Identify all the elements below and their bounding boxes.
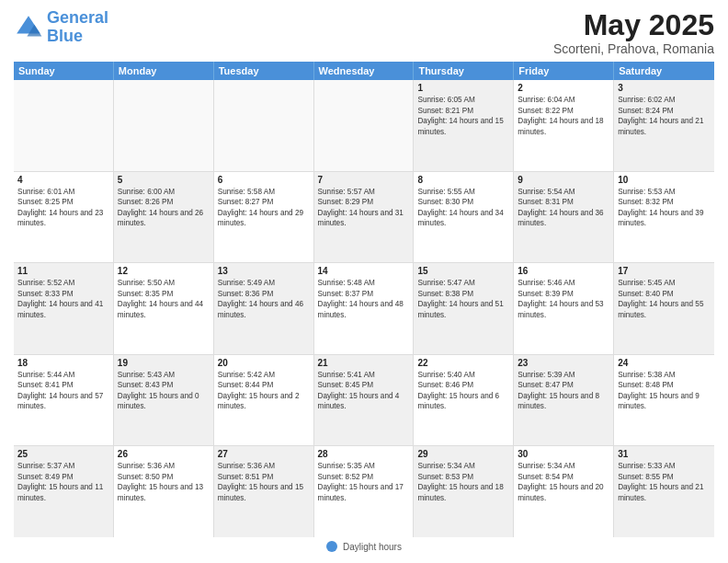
cal-cell: 27 Sunrise: 5:36 AM Sunset: 8:51 PM Dayl… (214, 446, 314, 537)
logo-text: General Blue (47, 9, 108, 46)
cell-info: Sunrise: 6:02 AM Sunset: 8:24 PM Dayligh… (618, 95, 711, 137)
cell-info: Sunrise: 5:55 AM Sunset: 8:30 PM Dayligh… (417, 187, 509, 229)
cell-info: Sunrise: 5:37 AM Sunset: 8:49 PM Dayligh… (17, 461, 109, 503)
day-number: 6 (218, 175, 310, 185)
header-thursday: Thursday (414, 62, 514, 80)
cell-info: Sunrise: 5:50 AM Sunset: 8:35 PM Dayligh… (118, 278, 210, 320)
day-number: 30 (518, 449, 609, 459)
day-number: 8 (417, 175, 509, 185)
day-number: 14 (318, 266, 410, 276)
cal-cell: 28 Sunrise: 5:35 AM Sunset: 8:52 PM Dayl… (314, 446, 415, 537)
cal-cell: 17 Sunrise: 5:45 AM Sunset: 8:40 PM Dayl… (614, 263, 714, 354)
cal-cell: 9 Sunrise: 5:54 AM Sunset: 8:31 PM Dayli… (514, 172, 614, 263)
daylight-label: Daylight hours (343, 542, 402, 552)
cal-row-5: 25 Sunrise: 5:37 AM Sunset: 8:49 PM Dayl… (14, 446, 714, 537)
day-number: 20 (218, 358, 310, 368)
cal-cell: 31 Sunrise: 5:33 AM Sunset: 8:55 PM Dayl… (614, 446, 714, 537)
day-number: 24 (618, 358, 711, 368)
day-number: 19 (118, 358, 210, 368)
cell-info: Sunrise: 5:49 AM Sunset: 8:36 PM Dayligh… (218, 278, 310, 320)
day-number: 13 (218, 266, 310, 276)
page-subtitle: Scorteni, Prahova, Romania (553, 41, 714, 56)
day-number: 27 (218, 449, 310, 459)
cal-cell (214, 80, 314, 171)
cal-cell: 15 Sunrise: 5:47 AM Sunset: 8:38 PM Dayl… (414, 263, 514, 354)
cell-info: Sunrise: 5:52 AM Sunset: 8:33 PM Dayligh… (17, 278, 109, 320)
page: General Blue May 2025 Scorteni, Prahova,… (0, 0, 728, 563)
cell-info: Sunrise: 5:57 AM Sunset: 8:29 PM Dayligh… (318, 187, 410, 229)
day-number: 7 (318, 175, 410, 185)
day-number: 2 (518, 83, 609, 93)
cal-cell: 13 Sunrise: 5:49 AM Sunset: 8:36 PM Dayl… (214, 263, 314, 354)
cal-cell: 3 Sunrise: 6:02 AM Sunset: 8:24 PM Dayli… (614, 80, 714, 171)
cal-cell: 25 Sunrise: 5:37 AM Sunset: 8:49 PM Dayl… (14, 446, 114, 537)
cal-cell: 20 Sunrise: 5:42 AM Sunset: 8:44 PM Dayl… (214, 355, 314, 446)
cell-info: Sunrise: 5:33 AM Sunset: 8:55 PM Dayligh… (618, 461, 711, 503)
cal-cell: 1 Sunrise: 6:05 AM Sunset: 8:21 PM Dayli… (414, 80, 514, 171)
header-friday: Friday (514, 62, 614, 80)
calendar: Sunday Monday Tuesday Wednesday Thursday… (14, 62, 714, 537)
cal-cell: 7 Sunrise: 5:57 AM Sunset: 8:29 PM Dayli… (314, 172, 415, 263)
cell-info: Sunrise: 5:40 AM Sunset: 8:46 PM Dayligh… (417, 370, 509, 412)
calendar-header: Sunday Monday Tuesday Wednesday Thursday… (14, 62, 714, 80)
cell-info: Sunrise: 5:42 AM Sunset: 8:44 PM Dayligh… (218, 370, 310, 412)
cell-info: Sunrise: 5:44 AM Sunset: 8:41 PM Dayligh… (17, 370, 109, 412)
day-number: 16 (518, 266, 609, 276)
day-number: 12 (118, 266, 210, 276)
cal-cell: 2 Sunrise: 6:04 AM Sunset: 8:22 PM Dayli… (514, 80, 614, 171)
cal-cell: 8 Sunrise: 5:55 AM Sunset: 8:30 PM Dayli… (414, 172, 514, 263)
day-number: 22 (417, 358, 509, 368)
cal-cell: 24 Sunrise: 5:38 AM Sunset: 8:48 PM Dayl… (614, 355, 714, 446)
day-number: 9 (518, 175, 609, 185)
title-block: May 2025 Scorteni, Prahova, Romania (553, 9, 714, 56)
day-number: 3 (618, 83, 711, 93)
cal-cell (114, 80, 214, 171)
cal-cell (314, 80, 415, 171)
cal-cell: 22 Sunrise: 5:40 AM Sunset: 8:46 PM Dayl… (414, 355, 514, 446)
logo-icon (14, 13, 43, 42)
cell-info: Sunrise: 6:04 AM Sunset: 8:22 PM Dayligh… (518, 95, 609, 137)
cell-info: Sunrise: 5:45 AM Sunset: 8:40 PM Dayligh… (618, 278, 711, 320)
cell-info: Sunrise: 5:39 AM Sunset: 8:47 PM Dayligh… (518, 370, 609, 412)
cell-info: Sunrise: 5:47 AM Sunset: 8:38 PM Dayligh… (417, 278, 509, 320)
cell-info: Sunrise: 6:05 AM Sunset: 8:21 PM Dayligh… (417, 95, 509, 137)
cal-row-3: 11 Sunrise: 5:52 AM Sunset: 8:33 PM Dayl… (14, 263, 714, 355)
cal-cell: 14 Sunrise: 5:48 AM Sunset: 8:37 PM Dayl… (314, 263, 415, 354)
cal-cell (14, 80, 114, 171)
day-number: 29 (417, 449, 509, 459)
cell-info: Sunrise: 5:53 AM Sunset: 8:32 PM Dayligh… (618, 187, 711, 229)
cal-cell: 30 Sunrise: 5:34 AM Sunset: 8:54 PM Dayl… (514, 446, 614, 537)
cell-info: Sunrise: 5:46 AM Sunset: 8:39 PM Dayligh… (518, 278, 609, 320)
day-number: 4 (17, 175, 109, 185)
cal-cell: 11 Sunrise: 5:52 AM Sunset: 8:33 PM Dayl… (14, 263, 114, 354)
day-number: 1 (417, 83, 509, 93)
day-number: 31 (618, 449, 711, 459)
cell-info: Sunrise: 5:41 AM Sunset: 8:45 PM Dayligh… (318, 370, 410, 412)
cal-cell: 19 Sunrise: 5:43 AM Sunset: 8:43 PM Dayl… (114, 355, 214, 446)
cell-info: Sunrise: 5:58 AM Sunset: 8:27 PM Dayligh… (218, 187, 310, 229)
cell-info: Sunrise: 5:34 AM Sunset: 8:53 PM Dayligh… (417, 461, 509, 503)
cal-cell: 16 Sunrise: 5:46 AM Sunset: 8:39 PM Dayl… (514, 263, 614, 354)
cell-info: Sunrise: 6:00 AM Sunset: 8:26 PM Dayligh… (118, 187, 210, 229)
logo: General Blue (14, 9, 108, 46)
cal-row-4: 18 Sunrise: 5:44 AM Sunset: 8:41 PM Dayl… (14, 355, 714, 447)
cell-info: Sunrise: 5:43 AM Sunset: 8:43 PM Dayligh… (118, 370, 210, 412)
day-number: 17 (618, 266, 711, 276)
day-number: 25 (17, 449, 109, 459)
header-monday: Monday (114, 62, 214, 80)
cal-row-2: 4 Sunrise: 6:01 AM Sunset: 8:25 PM Dayli… (14, 172, 714, 264)
day-number: 28 (318, 449, 410, 459)
cell-info: Sunrise: 5:38 AM Sunset: 8:48 PM Dayligh… (618, 370, 711, 412)
cal-cell: 5 Sunrise: 6:00 AM Sunset: 8:26 PM Dayli… (114, 172, 214, 263)
day-number: 18 (17, 358, 109, 368)
cal-cell: 23 Sunrise: 5:39 AM Sunset: 8:47 PM Dayl… (514, 355, 614, 446)
header-tuesday: Tuesday (214, 62, 314, 80)
header-wednesday: Wednesday (314, 62, 415, 80)
cell-info: Sunrise: 5:54 AM Sunset: 8:31 PM Dayligh… (518, 187, 609, 229)
daylight-dot (326, 541, 337, 552)
page-title: May 2025 (553, 9, 714, 41)
cell-info: Sunrise: 5:36 AM Sunset: 8:50 PM Dayligh… (118, 461, 210, 503)
footer: Daylight hours (14, 537, 714, 554)
cal-cell: 18 Sunrise: 5:44 AM Sunset: 8:41 PM Dayl… (14, 355, 114, 446)
cal-cell: 12 Sunrise: 5:50 AM Sunset: 8:35 PM Dayl… (114, 263, 214, 354)
